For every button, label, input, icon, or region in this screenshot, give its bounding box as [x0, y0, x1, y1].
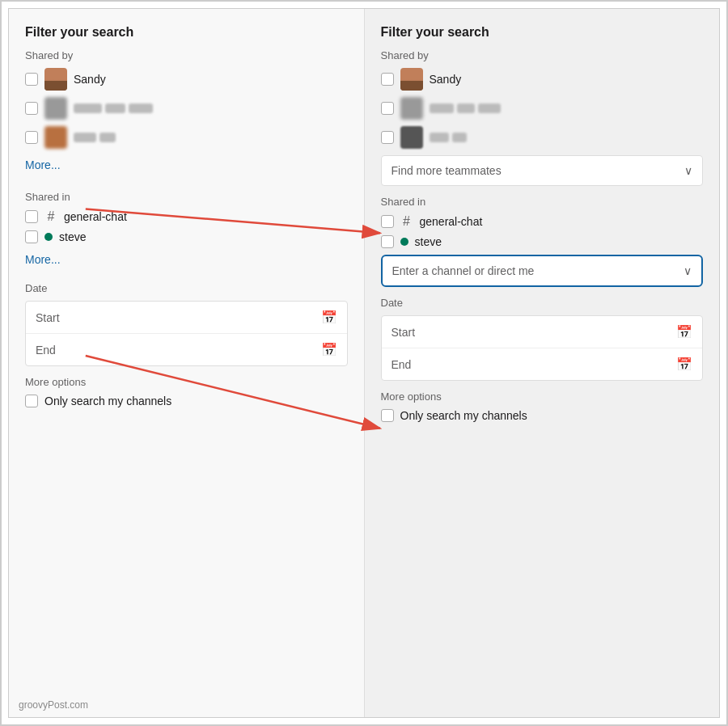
user-row-sandy-right: Sandy	[381, 68, 704, 91]
channel-name-steve-right: steve	[415, 235, 442, 248]
chevron-down-icon-channel: ∨	[684, 264, 692, 277]
start-date-row-left[interactable]: Start 📅	[26, 302, 347, 334]
user-row-sandy-left: Sandy	[25, 68, 348, 91]
checkbox-general-right[interactable]	[381, 215, 394, 228]
channel-dropdown-label: Enter a channel or direct me	[392, 264, 535, 277]
blur-pill-1c	[129, 103, 153, 113]
blur-pill-r2a	[430, 133, 449, 142]
end-date-row-left[interactable]: End 📅	[26, 334, 347, 365]
checkbox-steve-right[interactable]	[381, 235, 394, 248]
find-teammates-dropdown[interactable]: Find more teammates ∨	[381, 155, 704, 186]
avatar-sandy-right	[400, 68, 423, 91]
more-link-channels-left[interactable]: More...	[25, 253, 61, 266]
right-panel-title: Filter your search	[381, 25, 704, 40]
left-panel-title: Filter your search	[25, 25, 348, 40]
channel-row-general-left: # general-chat	[25, 209, 348, 224]
left-date-label: Date	[25, 282, 348, 294]
channel-dropdown[interactable]: Enter a channel or direct me ∨	[381, 255, 704, 287]
checkbox-sandy-right[interactable]	[381, 73, 394, 86]
blurred-name2-left	[74, 133, 116, 142]
blur-pill-2b	[99, 133, 116, 142]
end-placeholder-left: End	[36, 344, 56, 357]
right-date-label: Date	[381, 297, 704, 309]
channel-row-general-right: # general-chat	[381, 214, 704, 229]
only-my-channels-label-right: Only search my channels	[400, 409, 527, 422]
checkbox-blurred2-right[interactable]	[381, 131, 394, 144]
checkbox-blurred1-left[interactable]	[25, 102, 38, 115]
username-sandy-right: Sandy	[430, 73, 462, 86]
left-shared-by-label: Shared by	[25, 49, 348, 61]
user-row-blurred2-right	[381, 126, 704, 149]
calendar-icon-end-right: 📅	[676, 357, 692, 372]
blur-pill-1b	[105, 103, 125, 113]
right-shared-in-label: Shared in	[381, 196, 704, 208]
blurred-name1-left	[74, 103, 153, 113]
hash-icon-left: #	[44, 209, 57, 224]
green-dot-right	[400, 238, 408, 246]
date-section-left: Date Start 📅 End 📅	[25, 282, 348, 366]
calendar-icon-start-right: 📅	[676, 324, 692, 340]
username-sandy-left: Sandy	[74, 73, 106, 86]
start-date-row-right[interactable]: Start 📅	[382, 316, 703, 348]
right-shared-by-label: Shared by	[381, 49, 704, 61]
more-options-label-right: More options	[381, 390, 704, 403]
only-my-channels-checkbox-left[interactable]	[25, 395, 38, 407]
checkbox-general-left[interactable]	[25, 210, 38, 223]
channel-row-steve-left: steve	[25, 230, 348, 243]
more-options-right: More options Only search my channels	[381, 390, 704, 422]
date-inputs-left: Start 📅 End 📅	[25, 301, 348, 366]
only-my-channels-row-right: Only search my channels	[381, 409, 704, 422]
avatar-blurred2-left	[44, 126, 67, 149]
start-placeholder-left: Start	[36, 311, 60, 324]
blur-pill-1a	[74, 103, 102, 113]
more-options-left: More options Only search my channels	[25, 376, 348, 407]
calendar-icon-start-left: 📅	[321, 310, 337, 325]
date-section-right: Date Start 📅 End 📅	[381, 297, 704, 381]
find-teammates-label: Find more teammates	[392, 164, 502, 177]
chevron-down-icon-teammates: ∨	[684, 164, 692, 177]
avatar-blurred1-left	[44, 97, 67, 120]
only-my-channels-row-left: Only search my channels	[25, 395, 348, 407]
user-row-blurred2-left	[25, 126, 348, 149]
channel-name-steve-left: steve	[59, 230, 86, 243]
channel-name-general-left: general-chat	[64, 210, 127, 223]
left-shared-in-label: Shared in	[25, 191, 348, 203]
blur-pill-2a	[74, 133, 96, 142]
start-placeholder-right: Start	[392, 326, 416, 339]
blurred-name2-right	[430, 133, 467, 142]
checkbox-sandy-left[interactable]	[25, 73, 38, 86]
checkbox-blurred1-right[interactable]	[381, 102, 394, 115]
more-link-users-left[interactable]: More...	[25, 158, 61, 171]
avatar-blurred2-right	[400, 126, 423, 149]
end-placeholder-right: End	[392, 358, 412, 371]
blur-pill-r1c	[478, 103, 501, 113]
channel-row-steve-right: steve	[381, 235, 704, 248]
left-panel: Filter your search Shared by Sandy	[9, 9, 364, 717]
date-inputs-right: Start 📅 End 📅	[381, 315, 704, 381]
user-row-blurred1-right	[381, 97, 704, 120]
green-dot-left	[44, 233, 53, 241]
avatar-sandy-left	[44, 68, 67, 91]
avatar-blurred1-right	[400, 97, 423, 120]
more-options-label-left: More options	[25, 376, 348, 388]
blur-pill-r1b	[457, 103, 475, 113]
blur-pill-r2b	[452, 133, 467, 142]
hash-icon-right: #	[400, 214, 413, 229]
user-row-blurred1-left	[25, 97, 348, 120]
only-my-channels-label-left: Only search my channels	[44, 395, 171, 407]
calendar-icon-end-left: 📅	[321, 342, 337, 357]
channel-name-general-right: general-chat	[420, 215, 483, 228]
end-date-row-right[interactable]: End 📅	[382, 348, 703, 380]
checkbox-blurred2-left[interactable]	[25, 131, 38, 144]
blur-pill-r1a	[430, 103, 454, 113]
brand-label: groovyPost.com	[19, 699, 88, 711]
checkbox-steve-left[interactable]	[25, 230, 38, 243]
blurred-name1-right	[430, 103, 501, 113]
only-my-channels-checkbox-right[interactable]	[381, 409, 394, 422]
right-panel: Filter your search Shared by Sandy	[364, 9, 720, 717]
